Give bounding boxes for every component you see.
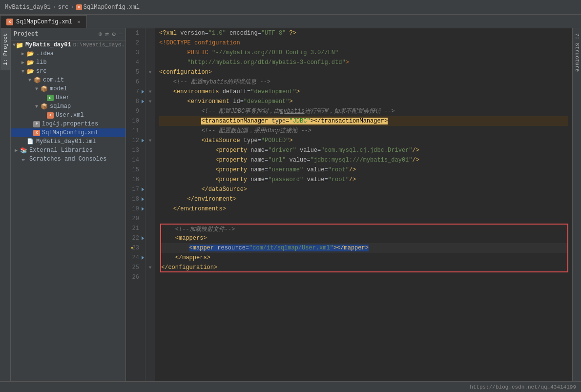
minimize-icon[interactable]: —	[119, 30, 123, 38]
code-line-9: <!-- 配置JDBC事务控制，由mybatis进行管理，如果不配置会报错 --…	[159, 106, 568, 116]
fold-7[interactable]	[148, 89, 151, 95]
tree-item-external-libs[interactable]: ▶ 📚 External Libraries	[11, 146, 125, 155]
line-numbers: 1 2 3 4 5 6 7 8 9 10 11 12 13 14 15 16 1…	[126, 28, 145, 381]
code-line-22: <mappers>	[160, 233, 568, 243]
tab-label: SqlMapConfig.xml	[16, 19, 72, 25]
tree-item-lib[interactable]: ▶ 📂 lib	[11, 58, 125, 67]
fold-25[interactable]	[148, 265, 151, 270]
tree-item-src[interactable]: ▼ 📂 src	[11, 67, 125, 76]
sidebar: 1: Project Project ⊕ ⇄ ⚙ — ▼ 📁 MyBatis_d…	[0, 28, 126, 381]
code-line-12: <dataSource type="POOLED">	[159, 136, 568, 145]
code-line-6: <!-- 配置mybatis的环境信息 -->	[159, 77, 568, 87]
code-line-23: <mapper resource="com/it/sqlmap/User.xml…	[160, 243, 568, 253]
title-src: src	[58, 4, 69, 11]
tree-item-scratches[interactable]: ▶ ✏️ Scratches and Consoles	[11, 155, 125, 164]
code-line-10: <transactionManager type="JDBC"></transa…	[159, 116, 568, 126]
add-icon[interactable]: ⊕	[99, 30, 103, 38]
code-line-21: <!--加载映射文件-->	[160, 224, 568, 233]
tab-bar: X SqlMapConfig.xml ✕	[0, 15, 581, 28]
title-icon-xml: X SqlMapConfig.xml	[76, 4, 140, 11]
code-line-17: </dataSource>	[159, 185, 568, 194]
code-area: 1 2 3 4 5 6 7 8 9 10 11 12 13 14 15 16 1…	[126, 28, 572, 381]
code-line-16: <property name="password" value="root"/>	[159, 175, 568, 185]
code-line-4: "http://mybatis.org/dtd/mybatis-3-config…	[159, 58, 568, 67]
fold-8[interactable]	[148, 99, 151, 104]
title-bar: MyBatis_day01 › src › X SqlMapConfig.xml	[0, 0, 581, 15]
tree-item-model[interactable]: ▼ 📦 model	[11, 84, 125, 93]
settings-icon[interactable]: ⚙	[112, 30, 116, 38]
code-line-15: <property name="username" value="root"/>	[159, 165, 568, 175]
code-line-8: <environment id="development">	[159, 97, 568, 106]
fold-5[interactable]	[148, 70, 151, 75]
structure-tab-label[interactable]: 7: Structure	[573, 28, 581, 77]
tree-item-com-it[interactable]: ▼ 📦 com.it	[11, 76, 125, 84]
right-panel: 7: Structure	[572, 28, 581, 381]
project-tab-label[interactable]: 1: Project	[0, 28, 10, 70]
status-url: https://blog.csdn.net/qq_43414199	[470, 384, 576, 390]
code-line-26	[159, 272, 568, 282]
tab-sqlmapconfig[interactable]: X SqlMapConfig.xml ✕	[0, 15, 87, 28]
code-line-11: <!-- 配置数据源，采用dbcp连接池 -->	[159, 126, 568, 136]
tree-item-mybatis-root[interactable]: ▼ 📁 MyBatis_day01 D:\MyBatis_day0...	[11, 41, 125, 49]
sidebar-title: Project	[14, 31, 38, 38]
tree-item-log4j[interactable]: ▶ P log4j.properties	[11, 120, 125, 128]
code-line-13: <property name="driver" value="com.mysql…	[159, 145, 568, 155]
tree-item-mybatis-iml[interactable]: ▶ 📄 MyBatis_day01.iml	[11, 137, 125, 146]
tree-item-sqlmap[interactable]: ▼ 📦 sqlmap	[11, 102, 125, 111]
code-lines[interactable]: <?xml version="1.0" encoding="UTF-8" ?> …	[155, 28, 572, 381]
tree-item-sqlmapconfig[interactable]: ▶ X SqlMapConfig.xml	[11, 128, 125, 137]
tree-item-idea[interactable]: ▶ 📂 .idea	[11, 49, 125, 58]
code-line-5: <configuration>	[159, 67, 568, 77]
tree-item-user-xml[interactable]: ▶ X User.xml	[11, 111, 125, 120]
xml-file-icon: X	[6, 19, 13, 25]
fold-12[interactable]	[148, 138, 151, 144]
code-line-7: <environments default="development">	[159, 87, 568, 97]
sync-icon[interactable]: ⇄	[105, 30, 109, 38]
code-line-19: </environments>	[159, 204, 568, 214]
sidebar-header: Project ⊕ ⇄ ⚙ —	[11, 28, 125, 41]
code-line-24: </mappers>	[160, 253, 568, 263]
status-bar: https://blog.csdn.net/qq_43414199	[0, 381, 581, 392]
gutter-area	[145, 28, 155, 381]
tree-item-user-class[interactable]: ▶ C User	[11, 93, 125, 102]
code-line-14: <property name="url" value="jdbc:mysql:/…	[159, 155, 568, 165]
code-line-2: <!DOCTYPE configuration	[159, 38, 568, 48]
code-line-20	[159, 214, 568, 224]
code-line-1: <?xml version="1.0" encoding="UTF-8" ?>	[159, 28, 568, 38]
title-project: MyBatis_day01	[5, 4, 51, 11]
code-line-3: PUBLIC "-//mybatis.org//DTD Config 3.0//…	[159, 48, 568, 58]
code-line-25: </configuration>	[160, 263, 568, 272]
code-line-18: </environment>	[159, 194, 568, 204]
close-icon[interactable]: ✕	[77, 19, 81, 25]
